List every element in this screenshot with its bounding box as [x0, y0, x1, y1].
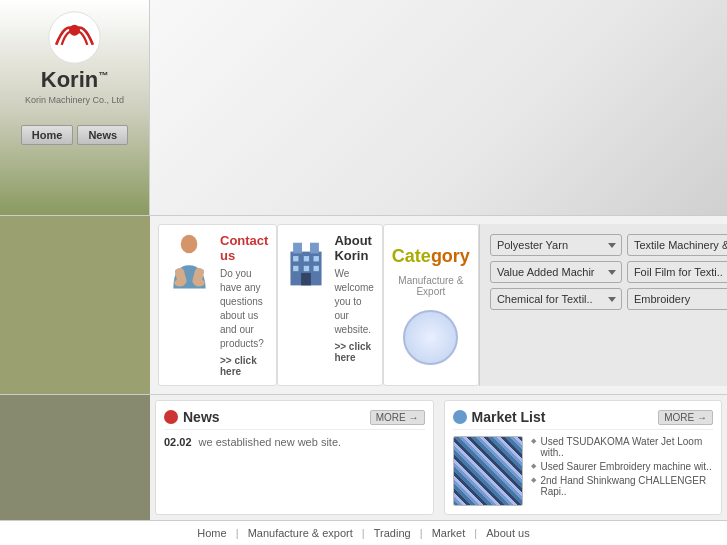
svg-rect-13: [294, 266, 299, 271]
news-panel: News MORE → 02.02 we established new web…: [155, 400, 434, 515]
market-title-text: Market List: [472, 409, 546, 425]
news-item: 02.02 we established new web site.: [164, 436, 425, 448]
market-panel: Market List MORE → Used TSUDAKOMA Water …: [444, 400, 723, 515]
svg-point-5: [174, 279, 185, 286]
market-item-3: 2nd Hand Shinkwang CHALLENGER Rapi..: [531, 475, 714, 497]
market-more-button[interactable]: MORE →: [658, 410, 713, 425]
svg-rect-12: [314, 256, 319, 261]
market-dot-icon: [453, 410, 467, 424]
middle-row: Contact us Do you have any questions abo…: [0, 215, 727, 395]
footer-sep-2: |: [362, 527, 365, 539]
news-button[interactable]: News: [77, 125, 128, 145]
svg-point-2: [181, 235, 198, 253]
market-content: Used TSUDAKOMA Water Jet Loom with.. Use…: [453, 436, 714, 506]
dropdown-value-added[interactable]: Value Added Machir: [490, 261, 622, 283]
about-title: About Korin: [334, 233, 373, 263]
market-panel-title: Market List: [453, 409, 546, 425]
dropdown-row-2: Value Added Machir Foil Film for Texti..: [490, 261, 727, 283]
right-panel: Polyester Yarn Textile Machinery &. Valu…: [479, 224, 727, 386]
logo-area: Korin™ Korin Machinery Co., Ltd: [25, 10, 124, 105]
about-text: About Korin We welcome you to our websit…: [334, 233, 373, 363]
sidebar: Korin™ Korin Machinery Co., Ltd Home New…: [0, 0, 150, 215]
sidebar-bottom-full: [0, 395, 150, 520]
dropdown-row-3: Chemical for Textil.. Embroidery: [490, 288, 727, 310]
news-market-area: News MORE → 02.02 we established new web…: [150, 395, 727, 520]
contact-block: Contact us Do you have any questions abo…: [158, 224, 277, 386]
hero-inner: [150, 0, 727, 215]
about-cta[interactable]: >> click here: [334, 341, 373, 363]
home-button[interactable]: Home: [21, 125, 74, 145]
contact-text: Contact us Do you have any questions abo…: [220, 233, 268, 377]
market-panel-header: Market List MORE →: [453, 409, 714, 430]
market-image: [453, 436, 523, 506]
svg-point-0: [49, 12, 100, 63]
middle-main: Contact us Do you have any questions abo…: [150, 216, 727, 394]
dropdown-chemical[interactable]: Chemical for Textil..: [490, 288, 622, 310]
dropdown-foil-film[interactable]: Foil Film for Texti..: [627, 261, 727, 283]
contact-title: Contact us: [220, 233, 268, 263]
contact-cta[interactable]: >> click here: [220, 355, 268, 377]
contact-person-icon: [167, 233, 212, 293]
news-panel-header: News MORE →: [164, 409, 425, 430]
footer-link-manufacture[interactable]: Manufacture & export: [248, 527, 353, 539]
category-circle-icon: [403, 310, 458, 365]
market-image-inner: [454, 437, 522, 505]
svg-rect-15: [314, 266, 319, 271]
svg-rect-9: [310, 243, 319, 254]
category-subtitle: Manufacture & Export: [392, 275, 470, 297]
svg-rect-10: [294, 256, 299, 261]
contact-description: Do you have any questions about us and o…: [220, 267, 268, 351]
dropdown-textile-machinery[interactable]: Textile Machinery &.: [627, 234, 727, 256]
footer-link-market[interactable]: Market: [432, 527, 466, 539]
footer: Home | Manufacture & export | Trading | …: [0, 520, 727, 545]
about-block: About Korin We welcome you to our websit…: [277, 224, 382, 386]
news-text: we established new web site.: [199, 436, 341, 448]
svg-rect-14: [304, 266, 309, 271]
svg-rect-11: [304, 256, 309, 261]
footer-link-about[interactable]: About us: [486, 527, 529, 539]
middle-sidebar: [0, 216, 150, 394]
footer-link-trading[interactable]: Trading: [374, 527, 411, 539]
hero-area: [150, 0, 727, 215]
market-list: Used TSUDAKOMA Water Jet Loom with.. Use…: [531, 436, 714, 506]
bottom-content: News MORE → 02.02 we established new web…: [0, 395, 727, 520]
news-date: 02.02: [164, 436, 192, 448]
footer-sep-4: |: [474, 527, 477, 539]
dropdown-row-1: Polyester Yarn Textile Machinery &.: [490, 234, 727, 256]
news-panel-title: News: [164, 409, 220, 425]
logo-icon: [47, 10, 102, 65]
market-item-2: Used Saurer Embroidery machine wit..: [531, 461, 714, 472]
page-wrapper: Korin™ Korin Machinery Co., Ltd Home New…: [0, 0, 727, 545]
news-dot-icon: [164, 410, 178, 424]
market-item-1: Used TSUDAKOMA Water Jet Loom with..: [531, 436, 714, 458]
svg-rect-16: [302, 273, 312, 285]
brand-name: Korin™: [41, 67, 108, 93]
about-building-icon: [286, 233, 326, 288]
svg-rect-8: [294, 243, 303, 254]
nav-buttons: Home News: [21, 125, 128, 145]
footer-sep-3: |: [420, 527, 423, 539]
brand-subtitle: Korin Machinery Co., Ltd: [25, 95, 124, 105]
top-section: Korin™ Korin Machinery Co., Ltd Home New…: [0, 0, 727, 215]
about-description: We welcome you to our website.: [334, 267, 373, 337]
category-title: Category: [392, 246, 470, 267]
category-block: Category Manufacture & Export: [383, 224, 479, 386]
dropdown-embroidery[interactable]: Embroidery: [627, 288, 727, 310]
footer-link-home[interactable]: Home: [197, 527, 226, 539]
footer-sep-1: |: [236, 527, 239, 539]
news-title-text: News: [183, 409, 220, 425]
dropdown-polyester-yarn[interactable]: Polyester Yarn: [490, 234, 622, 256]
svg-point-6: [194, 279, 205, 286]
news-more-button[interactable]: MORE →: [370, 410, 425, 425]
